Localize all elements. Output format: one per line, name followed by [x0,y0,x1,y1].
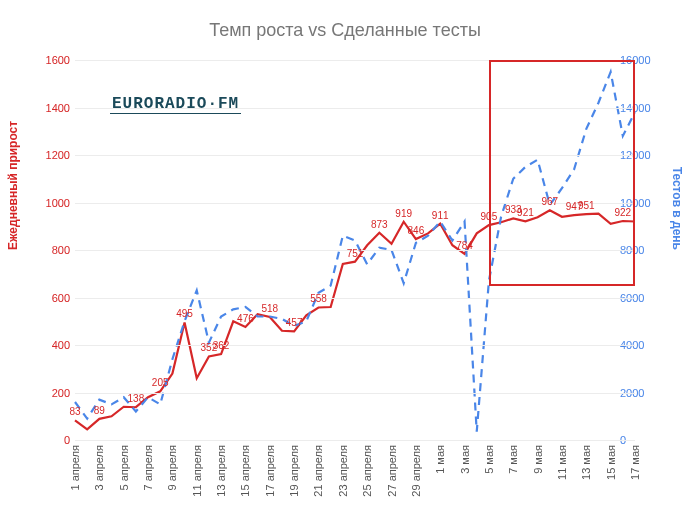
data-label: 495 [176,308,193,319]
gridline [75,298,635,299]
plot-area: 8389138205495352362476518457558751873919… [75,60,635,440]
x-tick: 9 мая [532,445,544,474]
x-tick: 1 апреля [69,445,81,491]
y1-ticks: 02004006008001000120014001600 [30,60,70,440]
data-label: 967 [541,196,558,207]
y1-tick: 1200 [30,150,70,161]
gridline [75,345,635,346]
gridline [75,440,635,441]
x-tick: 11 мая [556,445,568,480]
data-label: 362 [213,340,230,351]
x-tick: 15 мая [605,445,617,480]
data-label: 205 [152,377,169,388]
x-tick: 3 мая [459,445,471,474]
x-tick: 9 апреля [166,445,178,491]
data-label: 518 [261,303,278,314]
data-label: 476 [237,313,254,324]
data-label: 919 [395,208,412,219]
y1-tick: 800 [30,245,70,256]
x-tick: 17 апреля [264,445,276,497]
highlight-box [489,60,635,286]
data-label: 905 [481,211,498,222]
x-tick: 29 апреля [410,445,422,497]
y1-tick: 0 [30,435,70,446]
data-label: 751 [347,248,364,259]
x-tick: 17 мая [629,445,641,480]
x-tick: 5 апреля [118,445,130,491]
x-tick: 7 мая [507,445,519,474]
data-label: 846 [408,225,425,236]
x-tick: 23 апреля [337,445,349,497]
logo: euroradio·fm [110,95,241,114]
y1-tick: 400 [30,340,70,351]
x-tick: 3 апреля [93,445,105,491]
data-label: 784 [456,240,473,251]
y2-axis-label: Тестов в день [670,167,684,250]
x-tick: 19 апреля [288,445,300,497]
data-label: 83 [69,406,80,417]
data-label: 911 [432,210,449,221]
y1-tick: 200 [30,387,70,398]
data-label: 951 [578,200,595,211]
x-tick: 13 мая [580,445,592,480]
y1-tick: 600 [30,292,70,303]
x-tick: 21 апреля [312,445,324,497]
data-label: 558 [310,293,327,304]
data-label: 89 [94,405,105,416]
gridline [75,393,635,394]
y1-tick: 1400 [30,102,70,113]
x-tick: 1 мая [434,445,446,474]
data-label: 457 [286,317,303,328]
chart-container: Темп роста vs Сделанные тесты Ежедневный… [0,0,690,527]
data-label: 873 [371,219,388,230]
x-ticks: 1 апреля3 апреля5 апреля7 апреля9 апреля… [75,445,635,515]
chart-title: Темп роста vs Сделанные тесты [0,20,690,41]
x-tick: 15 апреля [239,445,251,497]
data-label: 922 [614,207,631,218]
x-tick: 7 апреля [142,445,154,491]
x-tick: 13 апреля [215,445,227,497]
x-tick: 25 апреля [361,445,373,497]
x-tick: 27 апреля [386,445,398,497]
x-tick: 5 мая [483,445,495,474]
y1-tick: 1600 [30,55,70,66]
logo-text: euroradio·fm [110,95,241,114]
data-label: 138 [128,393,145,404]
x-tick: 11 апреля [191,445,203,497]
y1-axis-label: Ежедневный прирост [6,121,20,250]
data-label: 921 [517,207,534,218]
y1-tick: 1000 [30,197,70,208]
